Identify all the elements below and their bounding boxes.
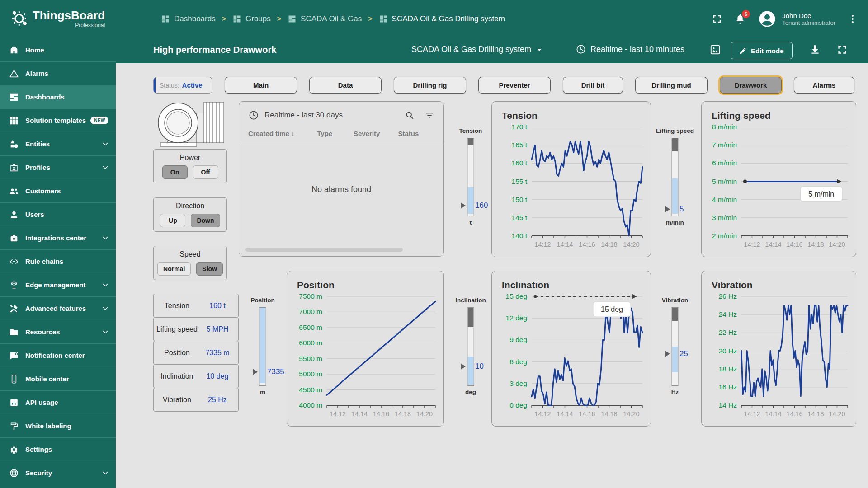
- kebab-menu-icon[interactable]: [847, 14, 858, 24]
- svg-text:170 t: 170 t: [512, 123, 528, 131]
- tab-drilling-rig[interactable]: Drilling rig: [394, 77, 466, 94]
- slider-marker-icon[interactable]: [665, 351, 670, 357]
- tab-data[interactable]: Data: [309, 77, 382, 94]
- edit-mode-label: Edit mode: [751, 47, 784, 55]
- slider-segment: [468, 327, 474, 357]
- tab-drawwork[interactable]: Drawwork: [720, 77, 782, 94]
- thingsboard-gear-logo-icon: [11, 9, 29, 28]
- sidebar-item-home[interactable]: Home: [0, 38, 116, 61]
- svg-text:6500 m: 6500 m: [299, 324, 322, 331]
- breadcrumb-item-groups[interactable]: Groups: [232, 14, 271, 23]
- sidebar-item-label: Settings: [25, 446, 52, 453]
- speed-slow-button[interactable]: Slow: [196, 262, 223, 276]
- power-off-button[interactable]: Off: [193, 165, 218, 179]
- filter-icon[interactable]: [425, 110, 434, 120]
- status-chip: Status: Active: [153, 77, 212, 94]
- svg-text:14:14: 14:14: [765, 410, 781, 418]
- alarm-column-status[interactable]: Status: [398, 130, 434, 137]
- tab-preventer[interactable]: Preventer: [478, 77, 551, 94]
- svg-text:24 Hz: 24 Hz: [719, 310, 737, 318]
- sidebar-item-solution-templates[interactable]: Solution templatesNEW: [0, 108, 116, 132]
- sidebar-item-profiles[interactable]: Profiles: [0, 155, 116, 179]
- home-icon: [9, 45, 19, 55]
- svg-text:14 Hz: 14 Hz: [719, 401, 737, 409]
- sidebar-item-users[interactable]: Users: [0, 202, 116, 226]
- sidebar-item-entities[interactable]: Entities: [0, 132, 116, 155]
- sidebar-item-alarms[interactable]: Alarms: [0, 61, 116, 85]
- svg-text:14:12: 14:12: [330, 410, 346, 418]
- sidebar-item-integrations-center[interactable]: Integrations center: [0, 226, 116, 249]
- svg-text:14:20: 14:20: [623, 410, 639, 418]
- dashboard-select[interactable]: SCADA Oil & Gas Drilling system: [411, 45, 544, 54]
- alarms-timewindow[interactable]: Realtime - last 30 days: [264, 111, 343, 120]
- breadcrumb-item-dashboards[interactable]: Dashboards: [161, 14, 216, 23]
- direction-up-button[interactable]: Up: [160, 214, 185, 227]
- slider-marker-icon[interactable]: [461, 363, 466, 370]
- slider-marker-icon[interactable]: [253, 369, 258, 375]
- chevron-down-icon: [101, 328, 109, 336]
- download-button[interactable]: [809, 44, 821, 56]
- sidebar-item-customers[interactable]: Customers: [0, 179, 116, 202]
- security-icon: [9, 468, 19, 478]
- sidebar-item-label: Users: [25, 211, 44, 218]
- fullscreen-icon: [836, 44, 848, 56]
- toolbar-fullscreen-button[interactable]: [836, 44, 848, 56]
- edit-mode-button[interactable]: Edit mode: [731, 42, 793, 59]
- slider-track[interactable]: [467, 138, 474, 216]
- sidebar-item-api-usage[interactable]: API usage: [0, 390, 116, 414]
- svg-text:5 m/min: 5 m/min: [808, 190, 834, 198]
- slider-label: Vibration: [655, 271, 695, 304]
- svg-text:160 t: 160 t: [512, 159, 528, 167]
- download-icon: [809, 44, 821, 56]
- tab-alarms[interactable]: Alarms: [794, 77, 854, 94]
- status-value: Active: [182, 81, 203, 89]
- power-on-button[interactable]: On: [162, 165, 188, 179]
- alarm-column-type[interactable]: Type: [317, 130, 354, 137]
- fullscreen-icon[interactable]: [712, 14, 722, 24]
- alarm-column-severity[interactable]: Severity: [354, 130, 398, 137]
- speed-normal-button[interactable]: Normal: [157, 262, 191, 276]
- slider-segment: [468, 385, 474, 385]
- image-gallery-button[interactable]: [709, 44, 721, 56]
- direction-down-button[interactable]: Down: [191, 214, 220, 227]
- timewindow-button[interactable]: Realtime - last 10 minutes: [576, 44, 684, 55]
- sidebar-item-mobile-center[interactable]: Mobile center: [0, 367, 116, 390]
- sidebar-item-white-labeling[interactable]: White labeling: [0, 414, 116, 437]
- sidebar-item-resources[interactable]: Resources: [0, 320, 116, 343]
- inclination-gauge-slider: Inclination 10 deg: [453, 271, 489, 427]
- breadcrumb-item-scada-oil-gas[interactable]: SCADA Oil & Gas: [288, 14, 362, 23]
- breadcrumb-item-scada-oil-gas-drilling-system[interactable]: SCADA Oil & Gas Drilling system: [379, 14, 505, 23]
- sidebar-item-edge-management[interactable]: Edge management: [0, 273, 116, 296]
- svg-text:150 t: 150 t: [512, 196, 528, 203]
- svg-text:14:16: 14:16: [786, 410, 802, 418]
- sidebar-item-notification-center[interactable]: Notification center: [0, 343, 116, 367]
- slider-track[interactable]: [259, 307, 266, 386]
- brand-logo[interactable]: ThingsBoard Professional: [0, 0, 116, 38]
- user-menu[interactable]: John Doe Tenant administrator: [758, 9, 835, 28]
- slider-track[interactable]: [672, 138, 679, 216]
- notifications-bell-button[interactable]: 6: [734, 13, 746, 25]
- sidebar-item-advanced-features[interactable]: Advanced features: [0, 296, 116, 320]
- svg-text:4500 m: 4500 m: [299, 386, 322, 394]
- slider-marker-icon[interactable]: [665, 206, 670, 212]
- svg-text:14:14: 14:14: [765, 241, 781, 248]
- tab-main[interactable]: Main: [225, 77, 297, 94]
- breadcrumb-label: Groups: [245, 14, 271, 23]
- alarm-column-created-time[interactable]: Created time ↓: [248, 130, 317, 137]
- slider-marker-icon[interactable]: [461, 202, 466, 209]
- tab-drilling-mud[interactable]: Drilling mud: [635, 77, 708, 94]
- breadcrumb-separator: >: [222, 15, 226, 23]
- sidebar-item-rule-chains[interactable]: Rule chains: [0, 249, 116, 273]
- slider-track[interactable]: [672, 307, 679, 386]
- slider-track[interactable]: [467, 307, 474, 386]
- horizontal-scrollbar[interactable]: [245, 248, 403, 252]
- svg-text:14:12: 14:12: [534, 410, 551, 418]
- slider-segment: [672, 178, 678, 213]
- search-icon[interactable]: [405, 110, 415, 120]
- sidebar-item-settings[interactable]: Settings: [0, 437, 116, 461]
- svg-text:14:12: 14:12: [744, 241, 760, 248]
- svg-text:15 deg: 15 deg: [601, 305, 623, 313]
- sidebar-item-dashboards[interactable]: Dashboards: [0, 85, 116, 108]
- tab-drill-bit[interactable]: Drill bit: [563, 77, 623, 94]
- sidebar-item-security[interactable]: Security: [0, 461, 116, 484]
